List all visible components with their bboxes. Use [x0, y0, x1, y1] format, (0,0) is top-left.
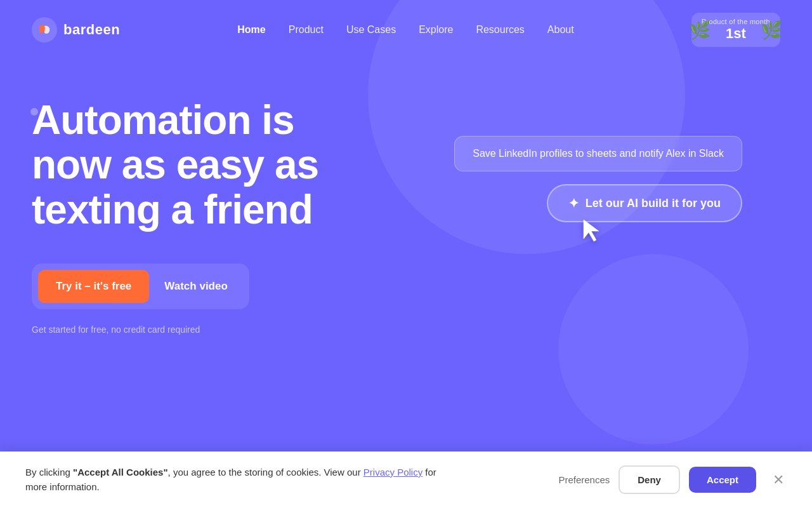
nav-links: Home Product Use Cases Explore Resources…	[237, 24, 573, 36]
accept-button[interactable]: Accept	[689, 467, 756, 493]
logo[interactable]: bardeen	[32, 17, 120, 43]
logo-text: bardeen	[63, 22, 120, 38]
product-badge-label: Product of the month	[702, 18, 770, 25]
cookie-prefix: By clicking	[25, 467, 73, 478]
nav-link-about[interactable]: About	[547, 24, 574, 35]
preferences-button[interactable]: Preferences	[558, 474, 610, 485]
logo-icon	[32, 17, 57, 43]
nav-link-product[interactable]: Product	[289, 24, 324, 35]
nav-item-about[interactable]: About	[547, 24, 574, 36]
nav-item-resources[interactable]: Resources	[476, 24, 524, 36]
watch-video-button[interactable]: Watch video	[149, 270, 243, 303]
nav-link-explore[interactable]: Explore	[419, 24, 453, 35]
close-cookie-button[interactable]: ✕	[770, 469, 787, 491]
deny-button[interactable]: Deny	[619, 465, 680, 494]
cursor-indicator	[581, 218, 601, 245]
hero-section: Automation is now as easy as texting a f…	[0, 60, 812, 335]
prompt-text: Save LinkedIn profiles to sheets and not…	[473, 148, 724, 159]
cookie-middle: , you agree to the storing of cookies. V…	[168, 467, 363, 478]
privacy-policy-link[interactable]: Privacy Policy	[363, 467, 422, 478]
cookie-text: By clicking "Accept All Cookies", you ag…	[25, 465, 438, 494]
nav-link-resources[interactable]: Resources	[476, 24, 524, 35]
navbar: bardeen Home Product Use Cases Explore R…	[0, 0, 812, 60]
cookie-actions: Preferences Deny Accept ✕	[558, 465, 787, 494]
laurel-left-icon: 🌿	[689, 20, 711, 41]
cookie-banner: By clicking "Accept All Cookies", you ag…	[0, 451, 812, 508]
ai-build-label: Let our AI build it for you	[586, 197, 721, 210]
product-of-month-badge: 🌿 Product of the month 1st 🌿	[691, 13, 780, 47]
product-badge-rank: 1st	[726, 25, 746, 42]
hero-subtext: Get started for free, no credit card req…	[32, 324, 336, 335]
try-free-button[interactable]: Try it – it's free	[38, 270, 149, 303]
cookie-accept-text: "Accept All Cookies"	[73, 467, 168, 478]
ai-build-button[interactable]: ✦ Let our AI build it for you	[547, 184, 742, 222]
hero-heading: Automation is now as easy as texting a f…	[32, 98, 336, 232]
cursor-icon	[581, 218, 601, 243]
hero-buttons-group: Try it – it's free Watch video	[32, 264, 249, 309]
nav-item-home[interactable]: Home	[237, 24, 265, 36]
nav-item-explore[interactable]: Explore	[419, 24, 453, 36]
laurel-right-icon: 🌿	[761, 20, 783, 41]
nav-item-product[interactable]: Product	[289, 24, 324, 36]
nav-item-usecases[interactable]: Use Cases	[346, 24, 396, 36]
hero-content-right: Save LinkedIn profiles to sheets and not…	[454, 136, 742, 222]
nav-link-usecases[interactable]: Use Cases	[346, 24, 396, 35]
sparkle-icon: ✦	[568, 196, 579, 211]
nav-link-home[interactable]: Home	[237, 24, 265, 35]
prompt-input-box: Save LinkedIn profiles to sheets and not…	[454, 136, 742, 171]
hero-content-left: Automation is now as easy as texting a f…	[32, 98, 336, 335]
